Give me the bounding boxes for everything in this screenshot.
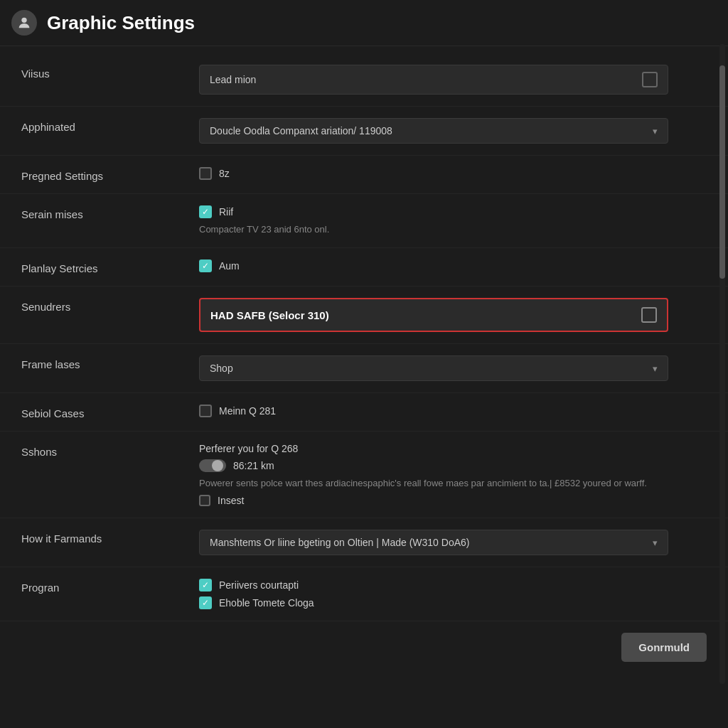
planlay-checkbox-row: ✓ Aum (199, 259, 707, 272)
senudrers-value: HAD SAFB (Selocr 310) (210, 309, 329, 321)
label-frame-lases: Frame lases (21, 355, 185, 370)
sshons-description: Powerer sents polce wart thes ardiacines… (199, 477, 707, 490)
planlay-checkbox[interactable]: ✓ (199, 259, 212, 272)
viisus-icon-square (642, 72, 658, 87)
scrollbar[interactable] (719, 44, 725, 684)
setting-row-sebiol: Sebiol Cases Meinn Q 281 (0, 393, 728, 432)
how-it-farmands-value: Manshtems Or liine bgeting on Oltien | M… (210, 537, 469, 548)
label-senudrers: Senudrers (21, 298, 185, 313)
sshons-toggle[interactable] (199, 459, 226, 472)
setting-row-how-it-farmands: How it Farmands Manshtems Or liine bgeti… (0, 518, 728, 567)
viisus-select[interactable]: Lead mion (199, 65, 668, 95)
frame-lases-dropdown[interactable]: Shop ▾ (199, 355, 668, 381)
serain-checkbox-label: Riif (219, 206, 233, 218)
label-apphinated: Apphinated (21, 118, 185, 133)
progran-checkbox-0[interactable]: ✓ (199, 579, 212, 592)
sshons-toggle-row: 86:21 km (199, 459, 707, 472)
settings-content: Viisus Lead mion Apphinated Doucle Oodla… (0, 46, 728, 690)
setting-row-viisus: Viisus Lead mion (0, 53, 728, 107)
sshons-toggle-label: 86:21 km (233, 460, 274, 471)
frame-lases-value: Shop (210, 363, 233, 374)
progran-checkbox-label-0: Periivers courtapti (219, 579, 299, 591)
label-sshons: Sshons (21, 443, 185, 458)
label-pregned: Pregned Settings (21, 167, 185, 182)
control-planlay: ✓ Aum (199, 259, 707, 272)
sebiol-checkbox-row: Meinn Q 281 (199, 405, 707, 417)
page: Graphic Settings Viisus Lead mion Apphin… (0, 0, 728, 728)
setting-row-apphinated: Apphinated Doucle Oodla Companxt ariatio… (0, 107, 728, 156)
viisus-value: Lead mion (210, 74, 256, 85)
chevron-down-icon-3: ▾ (653, 537, 658, 548)
how-it-farmands-dropdown[interactable]: Manshtems Or liine bgeting on Oltien | M… (199, 530, 668, 555)
pregned-checkbox-row: 8z (199, 167, 707, 180)
sebiol-checkbox-label: Meinn Q 281 (219, 405, 276, 417)
label-how-it-farmands: How it Farmands (21, 530, 185, 545)
setting-row-progran: Progran ✓ Periivers courtapti ✓ Ehoble T… (0, 567, 728, 621)
senudrers-icon-square (641, 307, 657, 323)
progran-checkbox-row-1: ✓ Ehoble Tomete Cloga (199, 596, 707, 609)
label-serain: Serain mises (21, 205, 185, 220)
planlay-checkbox-label: Aum (219, 260, 240, 272)
setting-row-frame-lases: Frame lases Shop ▾ (0, 344, 728, 393)
apphinated-value: Doucle Oodla Companxt ariation/ 119008 (210, 125, 392, 136)
serain-checkbox-row: ✓ Riif (199, 205, 707, 218)
control-how-it-farmands: Manshtems Or liine bgeting on Oltien | M… (199, 530, 707, 555)
confirm-button[interactable]: Gonrmuld (621, 633, 707, 662)
serain-checkbox[interactable]: ✓ (199, 205, 212, 218)
control-sebiol: Meinn Q 281 (199, 405, 707, 417)
apphinated-dropdown[interactable]: Doucle Oodla Companxt ariation/ 119008 ▾ (199, 118, 668, 144)
sshons-checkbox[interactable] (199, 495, 210, 506)
chevron-down-icon: ▾ (653, 126, 658, 136)
progran-checkbox-1[interactable]: ✓ (199, 596, 212, 609)
svg-point-0 (21, 18, 26, 23)
sshons-main-text: Perferer you for Q 268 (199, 443, 707, 454)
label-viisus: Viisus (21, 65, 185, 80)
setting-row-planlay: Planlay Setrcies ✓ Aum (0, 248, 728, 287)
setting-row-serain: Serain mises ✓ Riif Compacter TV 23 anid… (0, 194, 728, 248)
control-frame-lases: Shop ▾ (199, 355, 707, 381)
control-sshons: Perferer you for Q 268 86:21 km Powerer … (199, 443, 707, 506)
control-pregned: 8z (199, 167, 707, 180)
label-progran: Progran (21, 579, 185, 594)
label-planlay: Planlay Setrcies (21, 259, 185, 274)
chevron-down-icon-2: ▾ (653, 363, 658, 374)
setting-row-sshons: Sshons Perferer you for Q 268 86:21 km P… (0, 432, 728, 518)
progran-checkbox-row-0: ✓ Periivers courtapti (199, 579, 707, 592)
senudrers-highlighted-box[interactable]: HAD SAFB (Selocr 310) (199, 298, 668, 332)
control-senudrers: HAD SAFB (Selocr 310) (199, 298, 707, 332)
label-sebiol: Sebiol Cases (21, 405, 185, 419)
control-viisus: Lead mion (199, 65, 707, 95)
header: Graphic Settings (0, 0, 728, 46)
serain-sub-text: Compacter TV 23 anid 6nto onl. (199, 223, 707, 236)
sshons-checkbox-row: Insest (199, 495, 707, 506)
person-icon (11, 10, 37, 36)
setting-row-pregned: Pregned Settings 8z (0, 156, 728, 194)
pregned-checkbox-label: 8z (219, 168, 230, 179)
sshons-toggle-thumb (212, 460, 223, 471)
page-title: Graphic Settings (47, 12, 195, 34)
scrollbar-thumb[interactable] (719, 65, 725, 279)
progran-checkbox-label-1: Ehoble Tomete Cloga (219, 597, 314, 609)
setting-row-senudrers: Senudrers HAD SAFB (Selocr 310) (0, 287, 728, 344)
footer-button-row: Gonrmuld (0, 621, 728, 676)
control-apphinated: Doucle Oodla Companxt ariation/ 119008 ▾ (199, 118, 707, 144)
control-serain: ✓ Riif Compacter TV 23 anid 6nto onl. (199, 205, 707, 236)
pregned-checkbox[interactable] (199, 167, 212, 180)
control-progran: ✓ Periivers courtapti ✓ Ehoble Tomete Cl… (199, 579, 707, 609)
sshons-checkbox-label: Insest (218, 495, 244, 506)
sebiol-checkbox[interactable] (199, 405, 212, 417)
